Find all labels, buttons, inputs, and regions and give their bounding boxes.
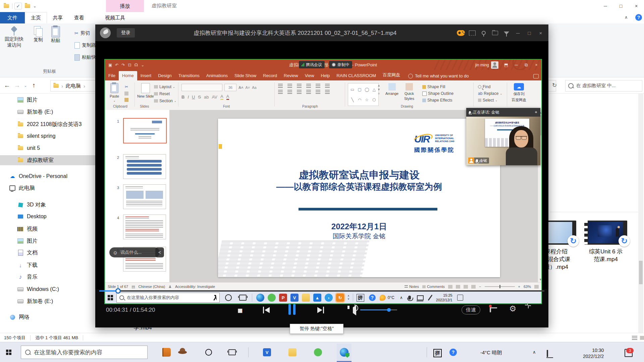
sidebar-item-onedrive[interactable]: ☁OneDrive - Personal [0,171,103,181]
quick-styles-button[interactable]: QuickStyles [404,83,414,101]
tab-share[interactable]: 共享 [47,12,68,23]
language-status[interactable]: Chinese (China) [139,285,165,289]
bold-button[interactable]: B [181,95,184,100]
task-view-icon[interactable] [227,347,237,358]
normal-view-icon[interactable] [448,285,452,289]
sidebar-item-pictures[interactable]: 图片 [0,95,111,105]
notes-button[interactable]: Notes [405,285,419,289]
ppt-tab-rain-classroom[interactable]: RAIN CLASSROOM [333,71,379,80]
slide-thumb-3[interactable] [123,184,166,209]
tab-video-tools[interactable]: 视频工具 [99,12,131,23]
player-close-button[interactable]: × [535,28,546,38]
help-icon[interactable]: ? [635,14,642,21]
scrollbar-thumb[interactable] [639,261,643,284]
cut-button[interactable]: ✂ 剪切 [74,29,90,38]
underline-button[interactable]: U [192,95,195,100]
columns-icon[interactable] [316,90,320,94]
speed-button[interactable]: 倍速 [462,305,480,314]
line-spacing-icon[interactable] [316,84,320,88]
sidebar-item-folder-2022[interactable]: 2022 1108版综合英语3 [0,119,111,129]
shape-gallery[interactable]: ▭▢◯△╲◠☆⬡ [348,83,379,106]
ppt-tab-view[interactable]: View [302,71,318,80]
cut-icon[interactable]: ✂ [125,84,128,89]
vs-app-icon[interactable]: V [262,347,272,358]
ppt-tab-review[interactable]: Review [280,71,302,80]
reset-button[interactable]: Reset [154,92,176,96]
font-size-select[interactable]: 36 [224,84,236,91]
grow-font-icon[interactable]: A˄ [238,85,243,89]
filter-icon[interactable] [501,28,512,38]
ribbon-collapse-icon[interactable]: ∧ [625,15,628,20]
tab-file[interactable]: 文件 [0,12,25,23]
pause-button[interactable] [288,304,296,315]
text-direction-icon[interactable] [325,84,330,88]
qat-folder2-icon[interactable] [24,2,31,10]
qat-dropdown-icon[interactable]: ⌄ [33,4,36,8]
smartart-icon[interactable] [325,90,330,94]
fit-slide-icon[interactable] [534,285,539,289]
zoom-level[interactable]: 63% [524,285,531,289]
dictionary-app-icon[interactable] [161,347,172,358]
seek-knob[interactable] [115,288,121,294]
seek-bar[interactable] [99,290,544,292]
numbering-icon[interactable] [287,84,292,88]
copy-icon[interactable] [124,92,128,96]
zoom-out-icon[interactable]: − [479,285,481,289]
clock[interactable]: 10:30 2022/12/2 [583,347,604,359]
indent-decrease-icon[interactable] [297,84,302,88]
slideshow-view-icon[interactable] [471,285,476,289]
ppt-tab-home[interactable]: Home [119,71,137,80]
up-icon[interactable]: ↑ [29,82,39,89]
volume-slider[interactable] [360,309,397,310]
indent-increase-icon[interactable] [306,84,311,88]
shape-effects-button[interactable]: Shape Effects [422,98,453,103]
tab-view[interactable]: 查看 [68,12,90,23]
ppt-tab-baidu[interactable]: 百度网盘 [379,70,404,80]
video-area[interactable]: ▣ ↶ ↷ ⊡ ☊ ⌄ 虚拟教研室试点申报与建设.pptx - PowerPoi… [95,41,548,289]
start-slideshow-icon[interactable]: ⊡ [128,63,131,67]
sorter-view-icon[interactable] [456,285,460,289]
ppt-restore-button[interactable]: ⧉ [521,60,531,70]
align-left-icon[interactable] [278,90,283,94]
justify-icon[interactable] [306,90,311,94]
account-name[interactable]: jin ming [475,63,489,67]
vip-card-icon[interactable] [490,306,491,312]
sidebar-item-music[interactable]: ♪音乐 [0,272,111,282]
explorer-search-input[interactable]: 在 虚拟教研室 中... [565,80,642,92]
wechat-icon[interactable] [313,347,323,358]
slide-thumb-1[interactable] [123,118,167,143]
ppt-close-button[interactable]: × [531,60,541,70]
new-slide-button[interactable]: New Slide [137,83,154,98]
zoom-in-icon[interactable]: + [518,285,520,289]
webcam-overlay[interactable]: 正在讲话: 金铭 ✦ 虚拟教研室试点申报与建设 ——以教育部综合英语课程虚拟教研… [466,108,540,165]
ppt-tab-record[interactable]: Record [260,71,280,80]
ppt-tab-design[interactable]: Design [155,71,175,80]
qat-more-icon[interactable]: ⌄ [141,63,144,67]
accessibility-status[interactable]: Accessibility: Investigate [175,285,215,289]
undo-icon[interactable]: ↶ [115,63,118,67]
slide-thumb-2[interactable] [123,154,166,179]
shrink-font-icon[interactable]: A˅ [245,85,250,89]
webcam-menu-icon[interactable]: ✦ [534,110,538,115]
pin-quick-access-button[interactable]: 固定到快 速访问 [3,26,25,66]
shapes-scroll-up-icon[interactable]: ▲ [377,84,380,87]
sidebar-item-windows-c[interactable]: Windows (C:) [0,284,111,294]
stop-button[interactable]: ■ [237,305,243,316]
help-tray-icon[interactable]: ? [449,349,457,356]
avatar[interactable] [491,61,498,69]
spellcheck-icon[interactable]: ▤ [131,285,135,289]
login-button[interactable]: 登录 [117,28,135,38]
file-explorer-icon[interactable] [287,347,298,358]
pin-on-top-icon[interactable] [478,28,489,38]
chat-collapse-button[interactable]: < [155,247,164,257]
meeting-badge[interactable]: 腾讯会议 [299,61,325,68]
ppt-tab-help[interactable]: Help [318,71,333,80]
cortana-ring-icon[interactable] [203,347,214,358]
game-center-icon[interactable] [455,28,467,38]
shapes-scroll-down-icon[interactable]: ▼ [377,88,380,91]
tray-expand-icon[interactable]: ∧ [533,350,536,355]
share-icon[interactable]: ☊ [135,63,138,67]
breadcrumb-root[interactable]: 此电脑 [66,83,81,89]
refresh-icon[interactable]: ↻ [552,82,557,89]
clear-format-icon[interactable]: Aa [252,85,256,89]
